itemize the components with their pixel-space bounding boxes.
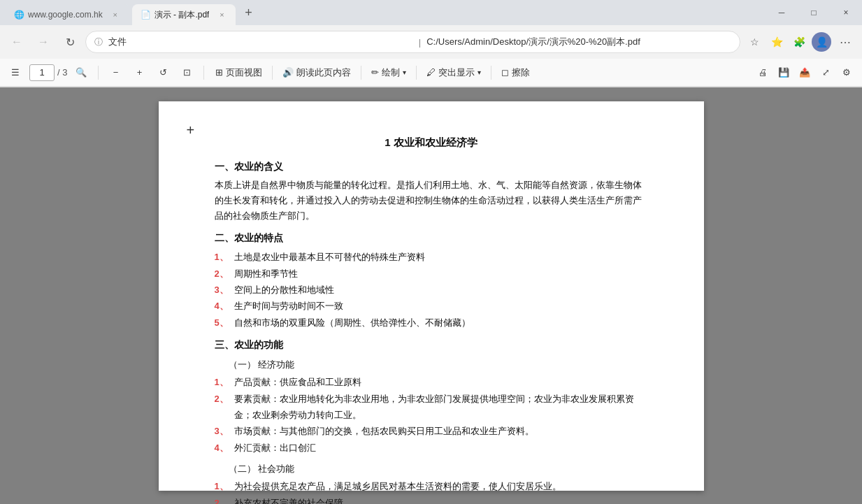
erase-button[interactable]: ◻ 擦除 bbox=[497, 63, 534, 82]
more-button[interactable]: ⋯ bbox=[834, 31, 856, 53]
list-text: 自然和市场的双重风险（周期性、供给弹性小、不耐储藏） bbox=[234, 315, 648, 331]
list-item: 4、 外汇贡献：出口创汇 bbox=[215, 440, 648, 456]
section1-body: 本质上讲是自然界中物质与能量的转化过程。是指人们利用土地、水、气、太阳能等自然资… bbox=[215, 178, 648, 224]
tab-title-pdf: 演示 - 副本.pdf bbox=[155, 9, 210, 21]
pdf-viewer[interactable]: + 1 农业和农业经济学 一、农业的含义 本质上讲是自然界中物质与能量的转化过程… bbox=[0, 87, 862, 504]
forward-icon: → bbox=[38, 36, 49, 48]
address-bar: ← → ↻ ⓘ 文件 | C:/Users/Admin/Desktop/演示/演… bbox=[0, 25, 862, 59]
save-button[interactable]: 💾 bbox=[774, 63, 793, 82]
close-icon: × bbox=[843, 8, 848, 17]
back-button[interactable]: ← bbox=[6, 31, 28, 53]
settings-button[interactable]: ⚙ bbox=[837, 63, 856, 82]
fullscreen-button[interactable]: ⤢ bbox=[816, 63, 835, 82]
list-num: 1、 bbox=[215, 374, 231, 390]
highlight-icon: 🖊 bbox=[426, 67, 436, 78]
sep-4 bbox=[491, 66, 491, 80]
list-num: 3、 bbox=[215, 282, 231, 298]
rotate-icon: ↺ bbox=[159, 67, 167, 78]
list-num: 2、 bbox=[215, 495, 231, 504]
highlight-button[interactable]: 🖊 突出显示 ▾ bbox=[422, 63, 485, 82]
export-icon: 📤 bbox=[799, 67, 810, 78]
sub-section2-header: （二） 社会功能 bbox=[229, 463, 648, 475]
list-num: 2、 bbox=[215, 391, 231, 424]
sub-section1-header: （一） 经济功能 bbox=[229, 359, 648, 371]
close-button[interactable]: × bbox=[830, 0, 862, 25]
read-aloud-button[interactable]: 🔊 朗读此页内容 bbox=[278, 63, 355, 82]
rotate-button[interactable]: ↺ bbox=[153, 63, 173, 82]
forward-button[interactable]: → bbox=[32, 31, 55, 53]
tab-pdf[interactable]: 📄 演示 - 副本.pdf × bbox=[132, 4, 236, 25]
refresh-icon: ↻ bbox=[66, 36, 75, 49]
url-separator: | bbox=[419, 37, 421, 48]
export-button[interactable]: 📤 bbox=[795, 63, 814, 82]
page-view-label: 页面视图 bbox=[226, 66, 262, 79]
url-text: 文件 bbox=[108, 36, 413, 48]
menu-button[interactable]: ☰ bbox=[6, 63, 25, 82]
page-view-icon: ⊞ bbox=[215, 67, 223, 78]
list-text: 要素贡献：农业用地转化为非农业用地，为非农业部门发展提供地理空间；农业为非农业发… bbox=[234, 391, 648, 424]
list-num: 4、 bbox=[215, 298, 231, 314]
list-item: 5、 自然和市场的双重风险（周期性、供给弹性小、不耐储藏） bbox=[215, 315, 648, 331]
toolbar-right-actions: 🖨 💾 📤 ⤢ ⚙ bbox=[753, 63, 856, 82]
tab-close-pdf[interactable]: × bbox=[216, 9, 227, 20]
maximize-button[interactable]: □ bbox=[798, 0, 830, 25]
pdf-toolbar: ☰ / 3 🔍 − + ↺ ⊡ ⊞ 页面视图 🔊 朗读此页内容 bbox=[0, 59, 862, 87]
sep-3 bbox=[416, 66, 417, 80]
profile-button[interactable]: 👤 bbox=[812, 32, 831, 52]
tab-bar-left: 🌐 www.google.com.hk × 📄 演示 - 副本.pdf × + bbox=[0, 2, 264, 23]
zoom-in-button[interactable]: + bbox=[129, 63, 149, 82]
search-button[interactable]: 🔍 bbox=[71, 63, 91, 82]
zoom-out-button[interactable]: − bbox=[106, 63, 125, 82]
fit-button[interactable]: ⊡ bbox=[177, 63, 196, 82]
tab-close-google[interactable]: × bbox=[110, 9, 121, 20]
list-item: 3、 空间上的分散性和地域性 bbox=[215, 282, 648, 298]
list-num: 5、 bbox=[215, 315, 231, 331]
fullscreen-icon: ⤢ bbox=[822, 67, 830, 78]
tab-favicon-pdf: 📄 bbox=[141, 10, 150, 20]
profile-avatar: 👤 bbox=[816, 36, 828, 48]
window-controls: ─ □ × bbox=[766, 0, 862, 25]
minimize-button[interactable]: ─ bbox=[766, 0, 798, 25]
draw-button[interactable]: ✏ 绘制 ▾ bbox=[367, 63, 410, 82]
pdf-page: + 1 农业和农业经济学 一、农业的含义 本质上讲是自然界中物质与能量的转化过程… bbox=[159, 101, 704, 491]
save-icon: 💾 bbox=[778, 67, 789, 78]
page-view-button[interactable]: ⊞ 页面视图 bbox=[211, 63, 266, 82]
back-icon: ← bbox=[11, 36, 22, 48]
read-aloud-label: 朗读此页内容 bbox=[296, 66, 351, 79]
list-text: 为社会提供充足农产品，满足城乡居民对基本生活资料的需要，使人们安居乐业。 bbox=[234, 478, 648, 494]
highlight-chevron-icon: ▾ bbox=[477, 69, 481, 76]
sep-2 bbox=[361, 66, 361, 80]
address-field[interactable]: ⓘ 文件 | C:/Users/Admin/Desktop/演示/演示%20-%… bbox=[85, 31, 740, 53]
section3-header: 三、农业的功能 bbox=[215, 339, 648, 352]
tab-title-google: www.google.com.hk bbox=[28, 10, 103, 20]
favorite-icon[interactable]: ☆ bbox=[745, 32, 764, 52]
list-num: 3、 bbox=[215, 423, 231, 439]
maximize-icon: □ bbox=[811, 8, 816, 17]
list-text: 产品贡献：供应食品和工业原料 bbox=[234, 374, 648, 390]
erase-icon: ◻ bbox=[501, 67, 509, 78]
section2-header: 二、农业的特点 bbox=[215, 232, 648, 245]
fit-icon: ⊡ bbox=[183, 67, 191, 78]
refresh-button[interactable]: ↻ bbox=[59, 31, 81, 53]
reading-list-icon[interactable]: ⭐ bbox=[767, 32, 786, 52]
new-tab-icon: + bbox=[245, 6, 252, 20]
tab-favicon-google: 🌐 bbox=[14, 10, 24, 20]
sep-1 bbox=[272, 66, 273, 80]
new-tab-button[interactable]: + bbox=[238, 3, 258, 22]
list-num: 1、 bbox=[215, 478, 231, 494]
page-input[interactable] bbox=[29, 64, 55, 81]
settings-icon: ⚙ bbox=[842, 67, 851, 78]
tab-google[interactable]: 🌐 www.google.com.hk × bbox=[6, 4, 129, 25]
pdf-title: 1 农业和农业经济学 bbox=[215, 136, 648, 150]
extensions-icon[interactable]: 🧩 bbox=[789, 32, 809, 52]
divider-2 bbox=[203, 66, 204, 80]
print-button[interactable]: 🖨 bbox=[753, 63, 773, 82]
list-num: 1、 bbox=[215, 249, 231, 265]
list-item: 3、 市场贡献：与其他部门的交换，包括农民购买日用工业品和农业生产资料。 bbox=[215, 423, 648, 439]
erase-label: 擦除 bbox=[512, 66, 530, 79]
cursor-crosshair: + bbox=[187, 122, 195, 138]
list-item: 2、 要素贡献：农业用地转化为非农业用地，为非农业部门发展提供地理空间；农业为非… bbox=[215, 391, 648, 424]
list-item: 2、 周期性和季节性 bbox=[215, 266, 648, 282]
list-text: 外汇贡献：出口创汇 bbox=[234, 440, 648, 456]
address-actions: ☆ ⭐ 🧩 👤 ⋯ bbox=[745, 31, 856, 53]
